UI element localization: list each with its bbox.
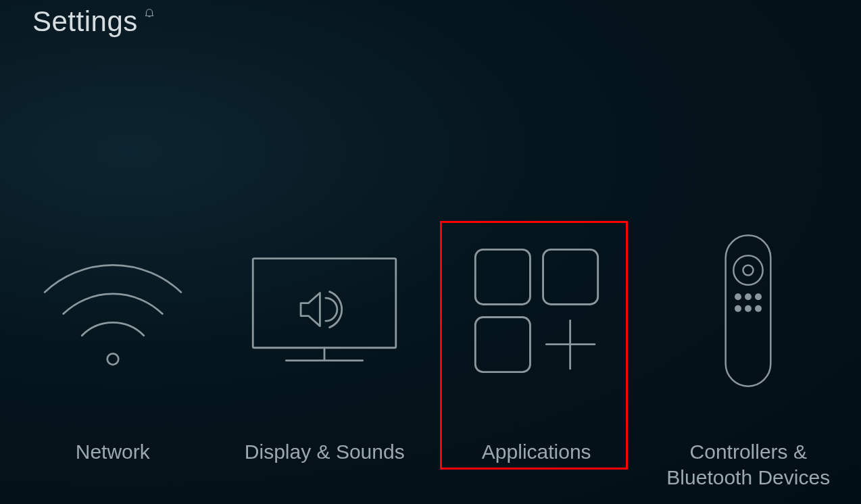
page-title: Settings bbox=[32, 5, 138, 38]
svg-point-13 bbox=[745, 293, 752, 300]
tile-display-sounds[interactable]: Display & Sounds bbox=[223, 216, 426, 465]
tile-label-network: Network bbox=[76, 439, 150, 465]
tile-label-display: Display & Sounds bbox=[245, 439, 405, 465]
remote-icon bbox=[647, 216, 850, 405]
settings-carousel: Network Display & Sounds bbox=[0, 216, 861, 490]
svg-rect-4 bbox=[475, 249, 530, 304]
svg-point-14 bbox=[755, 293, 762, 300]
tile-label-applications: Applications bbox=[482, 439, 591, 465]
svg-point-0 bbox=[107, 353, 119, 365]
svg-point-15 bbox=[735, 305, 741, 312]
tile-label-controllers: Controllers & Bluetooth Devices bbox=[654, 439, 843, 490]
tile-network[interactable]: Network bbox=[11, 216, 214, 465]
svg-point-11 bbox=[743, 266, 754, 276]
svg-rect-1 bbox=[253, 259, 396, 348]
svg-point-17 bbox=[755, 305, 762, 312]
svg-rect-5 bbox=[543, 249, 597, 304]
display-sound-icon bbox=[223, 216, 426, 405]
svg-point-16 bbox=[745, 305, 752, 312]
bell-icon[interactable] bbox=[143, 7, 155, 19]
header: Settings bbox=[32, 5, 155, 38]
wifi-icon bbox=[11, 216, 214, 405]
svg-rect-6 bbox=[475, 318, 530, 372]
tile-applications[interactable]: Applications bbox=[435, 216, 638, 465]
tile-controllers[interactable]: Controllers & Bluetooth Devices bbox=[647, 216, 850, 490]
svg-point-10 bbox=[734, 255, 763, 284]
apps-icon bbox=[435, 216, 638, 405]
svg-point-12 bbox=[735, 293, 741, 300]
